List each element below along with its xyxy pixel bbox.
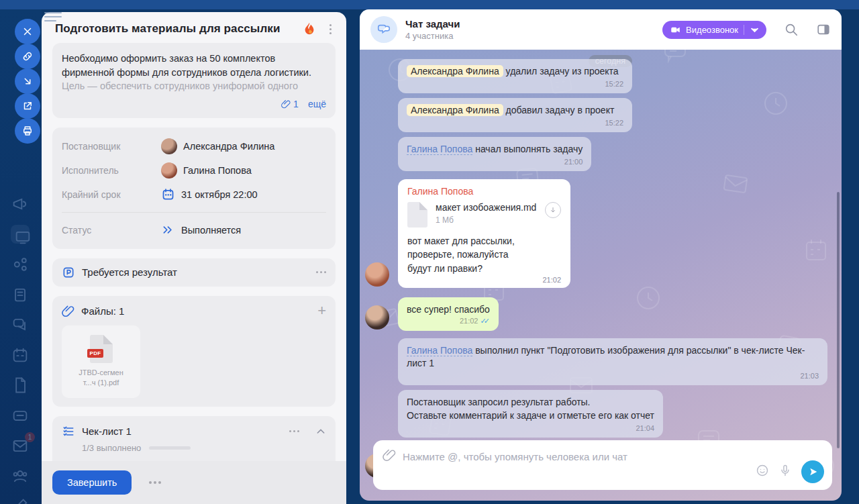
author-label: Постановщик [62, 141, 161, 152]
download-file-icon[interactable] [545, 202, 561, 218]
share-icon[interactable] [11, 255, 30, 274]
paperclip-icon [281, 99, 291, 109]
status-value[interactable]: Выполняется [161, 223, 241, 237]
message-author[interactable]: Галина Попова [407, 186, 561, 197]
chat-scrollbar[interactable] [837, 192, 840, 448]
chat-header: Чат задачи 4 участника Видеозвонок [360, 9, 842, 50]
mail-icon[interactable]: 1 [11, 436, 30, 455]
message-text: начал выполнять задачу [475, 144, 583, 154]
document-icon[interactable] [11, 376, 30, 395]
video-camera-icon [670, 25, 680, 35]
user-link[interactable]: Галина Попова [407, 144, 472, 155]
task-description-card[interactable]: Необходимо оформить заказ на 50 комплект… [52, 43, 336, 118]
system-message[interactable]: Галина Попова начал выполнять задачу 21:… [398, 137, 591, 171]
menu-icon[interactable] [44, 12, 62, 21]
attach-file-icon[interactable] [383, 448, 396, 464]
pdf-file-icon: PDF [90, 335, 113, 363]
viewer-action-stack [15, 19, 40, 144]
chats-icon[interactable] [11, 315, 30, 334]
chat-title: Чат задачи [405, 18, 654, 30]
toggle-sidebar-icon[interactable] [816, 22, 831, 37]
video-call-button[interactable]: Видеозвонок [662, 21, 766, 39]
message-list[interactable]: Александра Филина 15:21 сегодня Александ… [360, 50, 842, 432]
megaphone-icon[interactable] [11, 195, 30, 213]
result-icon [62, 266, 75, 279]
chat-subtitle: 4 участника [405, 31, 654, 41]
task-panel: Подготовить материалы для рассылки Необх… [42, 12, 346, 504]
footer-menu-icon[interactable] [149, 481, 161, 484]
pencil-icon[interactable] [11, 497, 30, 504]
result-section[interactable]: Требуется результат [52, 258, 336, 287]
system-message[interactable]: Постановщик запросил результат работы. О… [398, 390, 663, 438]
checklist-progress-label: 1/3 выполнено [82, 443, 141, 453]
message-time: 21:00 [407, 157, 583, 167]
chat-bubbles-icon [376, 22, 391, 37]
calendar-icon[interactable] [11, 346, 30, 364]
message-time: 21:03 [407, 371, 819, 381]
system-message[interactable]: Галина Попова выполнил пункт "Подготовит… [398, 338, 827, 386]
fields-divider [62, 212, 326, 213]
file-tile[interactable]: PDF JTBD-сегмен т...ч (1).pdf [62, 325, 140, 398]
chat-avatar[interactable] [370, 16, 397, 43]
mail-unread-badge: 1 [25, 432, 35, 442]
message-time: 15:22 [407, 79, 623, 89]
message-text: Постановщик запросил результат работы. О… [407, 397, 654, 421]
system-message[interactable]: Александра Филина удалил задачу из проек… [398, 59, 632, 93]
attached-file-name[interactable]: макет изобоажения.md [436, 202, 537, 213]
user-chip[interactable]: Александра Филина [407, 65, 503, 77]
message-text: вот макет для рассылки, проверьте, пожал… [407, 234, 561, 275]
avatar [161, 162, 177, 179]
file-message[interactable]: Галина Попова макет изобоажения.md 1 Мб … [398, 179, 570, 288]
link-icon[interactable] [15, 44, 40, 69]
checklist-progress-bar [149, 446, 191, 450]
files-section-label: Файлы: 1 [81, 305, 311, 317]
task-title: Подготовить материалы для рассылки [55, 22, 295, 36]
user-link[interactable]: Галина Попова [407, 345, 472, 356]
emoji-icon[interactable] [756, 464, 769, 480]
chevron-up-icon[interactable] [315, 426, 326, 437]
chevron-down-icon[interactable] [750, 25, 760, 35]
search-icon[interactable] [784, 22, 799, 37]
deadline-value[interactable]: 31 октября 22:00 [161, 187, 258, 201]
user-chip[interactable]: Александра Филина [407, 104, 503, 116]
task-menu-icon[interactable] [323, 22, 337, 36]
result-menu-icon[interactable] [316, 271, 326, 273]
deadline-label: Крайний срок [62, 189, 161, 200]
task-fields-card: Постановщик Александра Филина Исполнител… [52, 128, 336, 249]
message-input-box[interactable] [373, 440, 832, 490]
author-value[interactable]: Александра Филина [161, 138, 274, 154]
download-icon[interactable] [15, 68, 40, 94]
system-message[interactable]: Александра Филина добавил задачу в проек… [398, 98, 632, 132]
status-label: Статус [62, 225, 161, 236]
fire-priority-icon [302, 21, 317, 36]
checklist-menu-icon[interactable] [289, 430, 299, 432]
avatar[interactable] [365, 262, 389, 287]
attachments-count[interactable]: 1 [281, 99, 299, 109]
people-icon[interactable] [11, 466, 30, 485]
task-description-goal: Цель — обеспечить сотрудников униформой … [62, 79, 326, 93]
assignee-label: Исполнитель [62, 165, 161, 176]
attached-file-size: 1 Мб [436, 215, 537, 225]
microphone-icon[interactable] [778, 464, 792, 480]
message-time: 21:02 [407, 276, 561, 284]
add-file-icon[interactable]: + [317, 305, 326, 317]
print-icon[interactable] [15, 118, 40, 144]
inbox-icon[interactable] [11, 406, 30, 425]
close-icon[interactable] [15, 19, 40, 44]
send-button[interactable] [801, 460, 824, 483]
video-button-divider [744, 25, 744, 35]
complete-button[interactable]: Завершить [52, 470, 132, 495]
reply-message[interactable]: все супер! спасибо 21:02 ✓✓ [398, 297, 499, 331]
message-text: все супер! спасибо [407, 304, 490, 315]
message-text: удалил задачу из проекта [506, 66, 619, 77]
checklist-title: Чек-лист 1 [82, 425, 283, 437]
clipboard-icon[interactable] [11, 285, 30, 304]
avatar[interactable] [365, 305, 389, 330]
video-call-label: Видеозвонок [686, 25, 738, 35]
message-time: 21:04 [407, 423, 654, 434]
checklist-icon [62, 425, 75, 438]
external-link-icon[interactable] [15, 93, 40, 119]
screen-icon[interactable] [11, 225, 30, 244]
description-more-link[interactable]: ещё [308, 99, 326, 109]
assignee-value[interactable]: Галина Попова [161, 162, 252, 179]
